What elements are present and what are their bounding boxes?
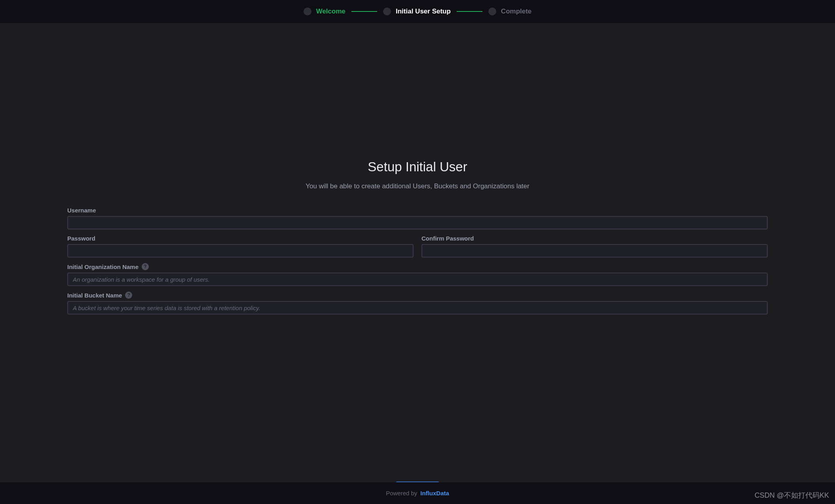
step-label-initial-user-setup: Initial User Setup — [396, 8, 451, 15]
org-name-input[interactable] — [67, 273, 768, 286]
username-label: Username — [67, 207, 768, 214]
confirm-password-input[interactable] — [421, 244, 768, 258]
footer: Powered by InfluxData — [0, 482, 835, 504]
step-circle-icon — [488, 8, 496, 15]
footer-influxdata-link[interactable]: InfluxData — [420, 490, 449, 496]
progress-header: Welcome Initial User Setup Complete — [0, 0, 835, 23]
form-group-bucket-name: Initial Bucket Name ? — [67, 292, 768, 315]
step-label-welcome: Welcome — [316, 8, 345, 15]
watermark: CSDN @不如打代码KK — [755, 491, 829, 500]
password-input[interactable] — [67, 244, 414, 258]
form-group-username: Username — [67, 207, 768, 229]
page-subtitle: You will be able to create additional Us… — [306, 182, 529, 190]
org-name-label: Initial Organization Name ? — [67, 263, 768, 270]
help-icon[interactable]: ? — [142, 263, 149, 270]
password-label: Password — [67, 235, 414, 242]
form-row-bucket-name: Initial Bucket Name ? — [67, 292, 768, 315]
org-name-label-text: Initial Organization Name — [67, 263, 139, 270]
username-input[interactable] — [67, 216, 768, 229]
main-content: Setup Initial User You will be able to c… — [0, 23, 835, 496]
step-circle-icon — [383, 8, 391, 15]
bucket-name-input[interactable] — [67, 301, 768, 315]
bucket-name-label: Initial Bucket Name ? — [67, 292, 768, 299]
bucket-name-label-text: Initial Bucket Name — [67, 292, 122, 299]
step-circle-icon — [304, 8, 311, 15]
step-label-complete: Complete — [501, 8, 531, 15]
step-connector — [351, 11, 377, 12]
form-row-username: Username — [67, 207, 768, 229]
page-title: Setup Initial User — [368, 159, 467, 174]
step-welcome: Welcome — [304, 8, 345, 15]
step-connector — [457, 11, 482, 12]
form-row-password: Password Confirm Password — [67, 235, 768, 258]
help-icon[interactable]: ? — [125, 292, 132, 299]
form-container: Username Password Confirm Password Initi… — [67, 207, 768, 320]
form-group-confirm-password: Confirm Password — [421, 235, 768, 258]
progress-steps: Welcome Initial User Setup Complete — [304, 8, 532, 15]
step-complete: Complete — [488, 8, 531, 15]
confirm-password-label: Confirm Password — [421, 235, 768, 242]
form-group-org-name: Initial Organization Name ? — [67, 263, 768, 286]
form-group-password: Password — [67, 235, 414, 258]
footer-powered-by: Powered by — [386, 490, 417, 496]
step-initial-user-setup: Initial User Setup — [383, 8, 451, 15]
form-row-org-name: Initial Organization Name ? — [67, 263, 768, 286]
